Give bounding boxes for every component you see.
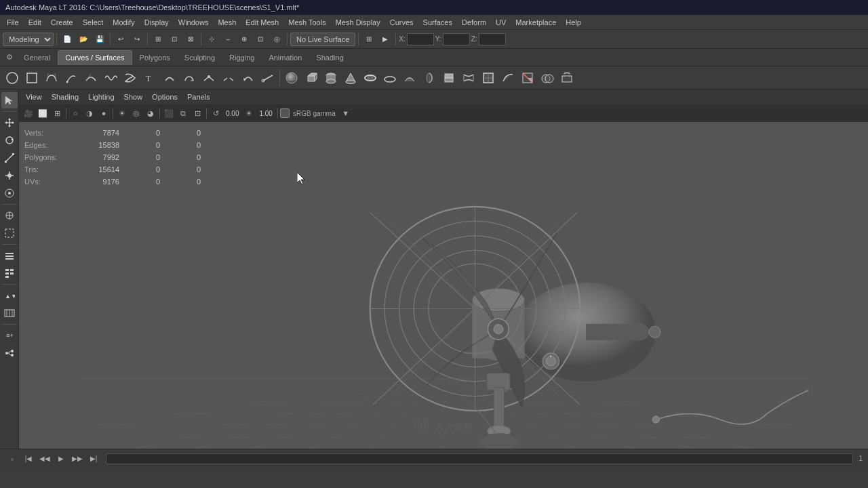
vp-menu-panels[interactable]: Panels — [183, 92, 214, 102]
timeline-play-btn[interactable]: ▶ — [54, 452, 68, 466]
vp-wireframe-btn[interactable]: ○ — [68, 106, 82, 120]
vp-shadows-btn[interactable]: ◕ — [144, 106, 157, 120]
x-field[interactable] — [407, 33, 434, 45]
menu-edit[interactable]: Edit — [24, 17, 45, 28]
timeline-start-btn[interactable]: |◀ — [22, 452, 35, 466]
tab-sculpting[interactable]: Sculpting — [178, 50, 222, 65]
attach-curve-btn[interactable] — [199, 68, 218, 87]
trim-btn[interactable] — [518, 68, 537, 87]
menu-select[interactable]: Select — [79, 17, 108, 28]
select-mode-btn[interactable]: ⊡ — [167, 32, 182, 47]
viewport[interactable]: View Shading Lighting Show Options Panel… — [19, 89, 868, 449]
vp-smooth-wire-btn[interactable]: ◑ — [83, 106, 96, 120]
bezier-curve-btn[interactable] — [42, 68, 61, 87]
loft-btn[interactable] — [400, 68, 419, 87]
workspace-dropdown[interactable]: Modeling — [3, 33, 54, 46]
extend-curve-btn[interactable] — [258, 68, 277, 87]
cone-btn[interactable] — [341, 68, 360, 87]
lasso-select-btn[interactable]: ⊠ — [183, 32, 198, 47]
vp-camera-btn[interactable]: 🎥 — [22, 106, 35, 120]
vp-overdraw-btn[interactable]: ⧉ — [176, 106, 190, 120]
snap-point-btn[interactable]: ⊕ — [237, 32, 252, 47]
menu-modify[interactable]: Modify — [108, 17, 138, 28]
snap-live-btn[interactable]: ◎ — [269, 32, 284, 47]
vp-grid-btn[interactable]: ⊞ — [50, 106, 64, 120]
timeline-next-btn[interactable]: ▶▶ — [71, 452, 84, 466]
fillet-blend-btn[interactable] — [498, 68, 517, 87]
tab-animation[interactable]: Animation — [262, 50, 309, 65]
rotate-tool-btn[interactable] — [1, 132, 18, 148]
vp-lighting-btn[interactable]: ☀ — [115, 106, 129, 120]
vp-menu-show[interactable]: Show — [120, 92, 147, 102]
offset-curve-btn[interactable] — [160, 68, 179, 87]
attribute-editor-btn[interactable]: ≡+ — [1, 327, 18, 344]
snap-curve-btn[interactable]: ⌣ — [220, 32, 235, 47]
text-curve-btn[interactable]: T — [140, 68, 159, 87]
menu-mesh[interactable]: Mesh — [214, 17, 240, 28]
rebuild-curve-btn[interactable] — [180, 68, 199, 87]
soft-mod-btn[interactable] — [1, 185, 18, 201]
vp-gamma-dropdown-btn[interactable]: ▼ — [339, 106, 353, 120]
arc-tool-btn[interactable] — [81, 68, 100, 87]
render-btn[interactable]: ▶ — [378, 32, 393, 47]
tab-general[interactable]: General — [17, 50, 57, 65]
menu-windows[interactable]: Windows — [174, 17, 213, 28]
menu-deform[interactable]: Deform — [458, 17, 490, 28]
vp-menu-view[interactable]: View — [22, 92, 46, 102]
show-manip-btn[interactable] — [1, 207, 18, 224]
cylinder-btn[interactable] — [321, 68, 340, 87]
reverse-curve-btn[interactable] — [239, 68, 258, 87]
ep-curve-btn[interactable] — [22, 68, 41, 87]
universal-manip-btn[interactable] — [1, 167, 18, 184]
vp-xray-btn[interactable]: ⊡ — [191, 106, 204, 120]
menu-create[interactable]: Create — [47, 17, 77, 28]
boundary-btn[interactable] — [479, 68, 498, 87]
vp-color-btn[interactable] — [280, 108, 290, 118]
birail-btn[interactable] — [459, 68, 478, 87]
select-by-component-btn[interactable]: ⊞ — [151, 32, 165, 47]
open-file-btn[interactable]: 📂 — [76, 32, 91, 47]
vp-two-sided-btn[interactable]: ◎ — [130, 106, 143, 120]
tab-rigging[interactable]: Rigging — [222, 50, 261, 65]
tab-shading[interactable]: Shading — [309, 50, 350, 65]
project-curve-btn[interactable] — [557, 68, 576, 87]
tab-curves-surfaces[interactable]: Curves / Surfaces — [58, 50, 132, 65]
torus-btn[interactable] — [361, 68, 380, 87]
vp-filmgate-btn[interactable]: ⬜ — [36, 106, 50, 120]
snap-grid-btn[interactable]: ⊹ — [204, 32, 219, 47]
visibility-btn[interactable] — [1, 305, 18, 321]
cv-curve-btn[interactable] — [3, 68, 22, 87]
detach-curve-btn[interactable] — [219, 68, 238, 87]
tab-polygons[interactable]: Polygons — [133, 50, 177, 65]
snap-surface-btn[interactable]: ⊡ — [253, 32, 268, 47]
keyframe-btn[interactable]: ⬦ — [5, 452, 19, 466]
menu-surfaces[interactable]: Surfaces — [419, 17, 456, 28]
y-field[interactable] — [443, 33, 470, 45]
timeline-bar[interactable] — [106, 453, 853, 464]
menu-file[interactable]: File — [3, 17, 23, 28]
revolve-btn[interactable] — [420, 68, 439, 87]
menu-edit-mesh[interactable]: Edit Mesh — [241, 17, 283, 28]
no-live-surface-btn[interactable]: No Live Surface — [290, 33, 355, 46]
menu-uv[interactable]: UV — [492, 17, 510, 28]
tab-settings-btn[interactable]: ⚙ — [3, 51, 16, 64]
vp-resolution-gate-btn[interactable]: ⬛ — [162, 106, 176, 120]
layer-editor-btn[interactable] — [1, 247, 18, 264]
render-settings-btn[interactable]: ⊞ — [361, 32, 376, 47]
cube-btn[interactable] — [302, 68, 321, 87]
undo-btn[interactable]: ↩ — [113, 32, 128, 47]
scale-tool-btn[interactable] — [1, 150, 18, 166]
menu-curves[interactable]: Curves — [386, 17, 418, 28]
boolean-surface-btn[interactable] — [538, 68, 557, 87]
menu-help[interactable]: Help — [561, 17, 585, 28]
node-editor-btn[interactable] — [1, 345, 18, 361]
helix-curve-btn[interactable] — [121, 68, 140, 87]
sphere-btn[interactable] — [282, 68, 301, 87]
sine-curve-btn[interactable] — [101, 68, 120, 87]
extrude-surface-btn[interactable] — [439, 68, 458, 87]
region-select-btn[interactable] — [1, 225, 18, 241]
z-field[interactable] — [479, 33, 506, 45]
timeline-end-btn[interactable]: ▶| — [87, 452, 100, 466]
menu-mesh-display[interactable]: Mesh Display — [332, 17, 384, 28]
redo-btn[interactable]: ↪ — [130, 32, 144, 47]
